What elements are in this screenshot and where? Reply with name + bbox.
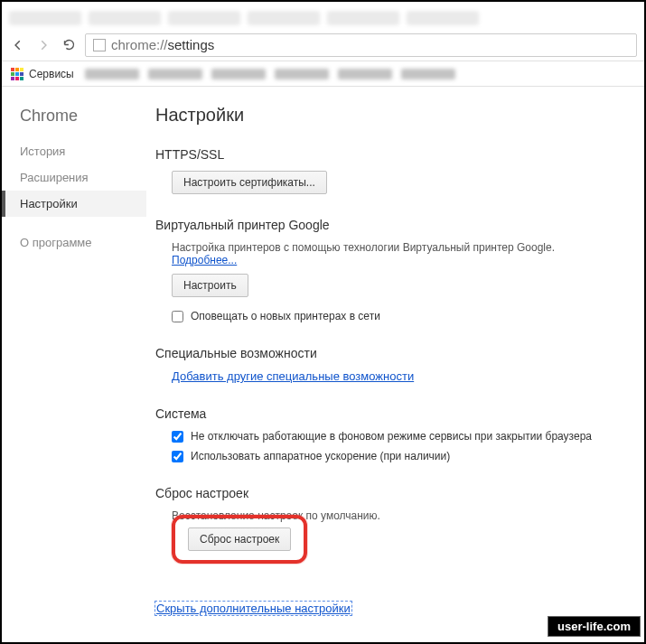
https-heading: HTTPS/SSL	[155, 147, 623, 162]
settings-main: Настройки HTTPS/SSL Настроить сертификат…	[146, 87, 644, 642]
sidebar-brand: Chrome	[2, 107, 146, 138]
section-reset: Сброс настроек Восстановление настроек п…	[155, 486, 623, 578]
sidebar-item-extensions[interactable]: Расширения	[2, 164, 146, 191]
url-path: settings	[168, 37, 215, 52]
cloudprint-notify-checkbox[interactable]	[172, 311, 183, 322]
cloudprint-desc: Настройка принтеров с помощью технологии…	[172, 241, 623, 266]
a11y-heading: Специальные возможности	[155, 346, 623, 360]
hide-advanced-row: Скрыть дополнительные настройки	[155, 602, 623, 615]
tab-strip	[2, 7, 644, 29]
apps-label: Сервисы	[29, 68, 74, 80]
section-https: HTTPS/SSL Настроить сертификаты...	[155, 147, 623, 194]
cloudprint-notify-label: Оповещать о новых принтерах в сети	[191, 310, 380, 322]
address-bar[interactable]: chrome://settings	[85, 33, 637, 57]
sidebar-item-settings[interactable]: Настройки	[2, 191, 146, 217]
system-hwaccel-label: Использовать аппаратное ускорение (при н…	[191, 450, 450, 462]
reset-highlight: Сброс настроек	[172, 515, 307, 564]
system-hwaccel-row[interactable]: Использовать аппаратное ускорение (при н…	[172, 450, 623, 462]
watermark: user-life.com	[548, 616, 641, 637]
url-host: chrome://	[111, 37, 168, 52]
bookmarks-bar: Сервисы	[2, 61, 644, 87]
sidebar: Chrome История Расширения Настройки О пр…	[2, 87, 146, 642]
apps-icon	[11, 68, 23, 80]
section-accessibility: Специальные возможности Добавить другие …	[155, 346, 623, 383]
sidebar-item-history[interactable]: История	[2, 138, 146, 164]
reload-button[interactable]	[60, 36, 78, 54]
system-heading: Система	[155, 406, 623, 421]
system-background-label: Не отключать работающие в фоновом режиме…	[191, 430, 592, 443]
reset-heading: Сброс настроек	[155, 486, 623, 500]
forward-button[interactable]	[34, 36, 52, 54]
section-system: Система Не отключать работающие в фоново…	[155, 406, 623, 462]
back-button[interactable]	[9, 36, 27, 54]
manage-certificates-button[interactable]: Настроить сертификаты...	[172, 171, 327, 194]
section-cloud-print: Виртуальный принтер Google Настройка при…	[155, 218, 623, 322]
system-background-row[interactable]: Не отключать работающие в фоновом режиме…	[172, 430, 623, 443]
reset-settings-button[interactable]: Сброс настроек	[188, 527, 291, 551]
sidebar-item-about[interactable]: О программе	[2, 229, 146, 256]
toolbar: chrome://settings	[2, 29, 644, 61]
page-title: Настройки	[155, 105, 623, 126]
cloudprint-heading: Виртуальный принтер Google	[155, 218, 623, 232]
bookmark-items-blurred	[85, 69, 455, 79]
cloudprint-learnmore-link[interactable]: Подробнее...	[172, 254, 237, 266]
cloudprint-notify-row[interactable]: Оповещать о новых принтерах в сети	[172, 310, 623, 322]
apps-shortcut[interactable]: Сервисы	[11, 68, 74, 80]
system-background-checkbox[interactable]	[172, 431, 183, 443]
system-hwaccel-checkbox[interactable]	[172, 451, 183, 462]
page-icon	[93, 39, 106, 51]
cloudprint-configure-button[interactable]: Настроить	[172, 274, 248, 297]
hide-advanced-link[interactable]: Скрыть дополнительные настройки	[155, 602, 351, 615]
a11y-add-link[interactable]: Добавить другие специальные возможности	[172, 369, 414, 383]
